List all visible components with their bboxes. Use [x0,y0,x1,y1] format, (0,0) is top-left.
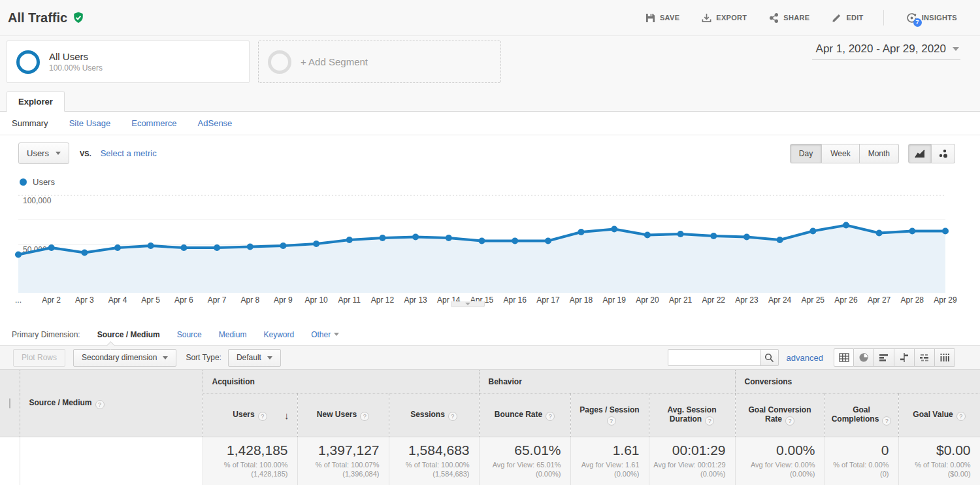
chevron-down-icon [267,356,272,360]
help-icon[interactable]: ? [258,412,267,421]
group-header-acquisition: Acquisition [203,370,479,393]
column-header-bounce-rate[interactable]: Bounce Rate? [479,393,570,437]
add-segment-card[interactable]: + Add Segment [258,41,501,83]
secondary-dimension-dropdown[interactable]: Secondary dimension [73,349,176,367]
column-header-source-medium[interactable]: Source / Medium? [20,370,203,437]
x-axis-label: Apr 13 [404,295,427,305]
data-point [412,234,419,241]
view-pivot-button[interactable] [935,348,955,367]
plot-rows-button[interactable]: Plot Rows [13,349,65,367]
granularity-day-button[interactable]: Day [790,144,822,163]
column-header-goal-value[interactable]: Goal Value? [898,393,980,437]
table-controls-bar: Plot Rows Secondary dimension Sort Type:… [0,345,980,369]
column-header-new-users[interactable]: New Users? [297,393,389,437]
chart-type-switch [908,144,955,163]
total-cell: 0.00%Avg for View: 0.00%(0.00%) [735,437,825,485]
view-comparison-button[interactable] [894,348,915,367]
dimension-medium[interactable]: Medium [219,330,247,339]
data-point [512,238,518,244]
column-header-pages-session[interactable]: Pages / Session? [570,393,649,437]
metric-dropdown[interactable]: Users [18,142,69,164]
pencil-icon [832,13,841,23]
help-icon[interactable]: ? [448,412,457,421]
legend-label: Users [33,177,55,187]
select-all-checkbox[interactable] [9,398,10,409]
total-cell: $0.00% of Total: 0.00%($0.00) [898,437,980,485]
all-users-segment-card[interactable]: All Users 100.00% Users [7,41,250,83]
x-axis-label: Apr 10 [304,295,327,305]
subtab-site-usage[interactable]: Site Usage [69,118,111,128]
column-header-sessions[interactable]: Sessions? [389,393,479,437]
help-icon[interactable]: ? [607,416,616,426]
column-header-users[interactable]: Users?↓ [203,393,297,437]
help-icon[interactable]: ? [95,400,105,409]
primary-dimension-label: Primary Dimension: [12,330,80,339]
dimension-source[interactable]: Source [177,330,202,339]
total-cell: 1,584,683% of Total: 100.00%(1,584,683) [389,437,479,485]
save-button[interactable]: SAVE [645,13,679,23]
segment-title: All Users [49,51,103,62]
subtab-adsense[interactable]: AdSense [198,118,233,128]
chevron-down-icon [953,47,959,51]
help-icon[interactable]: ? [705,416,714,426]
view-term-cloud-button[interactable] [915,348,935,367]
help-icon[interactable]: ? [882,416,891,426]
dimension-source-medium[interactable]: Source / Medium [97,330,160,339]
granularity-month-button[interactable]: Month [860,144,899,163]
data-point [678,231,684,237]
column-header-avg-session-duration[interactable]: Avg. Session Duration? [649,393,735,437]
export-button[interactable]: EXPORT [702,13,747,23]
x-axis-label: Apr 27 [868,295,890,305]
help-icon[interactable]: ? [360,412,369,421]
date-range-selector[interactable]: Apr 1, 2020 - Apr 29, 2020 [812,41,960,60]
total-cell: 1,428,185% of Total: 100.00%(1,428,185) [203,437,297,485]
motion-chart-view-button[interactable] [932,144,955,163]
x-axis-label: Apr 12 [371,295,394,305]
chart-plot-area[interactable] [18,195,945,293]
metric-bar: Users VS. Select a metric Day Week Month [0,135,980,171]
line-chart-view-button[interactable] [908,144,932,163]
tab-explorer[interactable]: Explorer [7,92,65,112]
select-a-metric-link[interactable]: Select a metric [101,148,157,158]
x-axis-label: Apr 2 [42,295,61,305]
data-point [48,244,55,251]
chart-collapse-handle[interactable] [451,301,485,307]
subtab-summary[interactable]: Summary [12,118,48,128]
x-axis-label: Apr 24 [768,295,791,305]
dimension-other-dropdown[interactable]: Other [311,330,339,339]
data-point [843,222,849,229]
subtab-ecommerce[interactable]: Ecommerce [131,118,176,128]
help-icon[interactable]: ? [785,416,794,426]
granularity-week-button[interactable]: Week [822,144,859,163]
total-cell: 1,397,127% of Total: 100.07%(1,396,084) [297,437,389,485]
column-header-goal-conversion-rate[interactable]: Goal Conversion Rate? [735,393,825,437]
x-axis-label: Apr 19 [603,295,626,305]
data-point [743,234,750,241]
dimension-keyword[interactable]: Keyword [263,330,294,339]
edit-button[interactable]: EDIT [832,13,863,23]
top-bar: All Traffic SAVE EXPORT SHARE EDIT 7 INS… [0,0,980,36]
timeseries-chart-section: Users 100,000 50,000 ...Apr 2Apr 3Apr 4A… [0,171,980,324]
view-data-table-button[interactable] [834,348,854,367]
search-button[interactable] [760,349,779,366]
x-axis-label: Apr 20 [636,295,659,305]
x-axis-label: Apr 17 [536,295,559,305]
sort-type-dropdown[interactable]: Default [228,349,281,367]
help-icon[interactable]: ? [956,412,966,421]
view-performance-button[interactable] [874,348,894,367]
view-percentage-button[interactable] [854,348,874,367]
totals-dimension-cell [20,437,203,485]
chart-legend: Users [20,177,55,187]
share-button[interactable]: SHARE [769,13,809,23]
advanced-filter-link[interactable]: advanced [787,353,823,363]
column-header-goal-completions[interactable]: Goal Completions? [825,393,898,437]
line-chart-icon [915,149,926,158]
x-axis-label: Apr 4 [108,295,127,305]
x-axis-label: Apr 16 [504,295,527,305]
table-search-input[interactable] [668,349,760,366]
search-icon [764,353,774,363]
segment-subtitle: 100.00% Users [49,63,103,73]
save-icon [645,13,655,23]
help-icon[interactable]: ? [546,412,555,421]
insights-button[interactable]: 7 INSIGHTS [906,12,957,24]
